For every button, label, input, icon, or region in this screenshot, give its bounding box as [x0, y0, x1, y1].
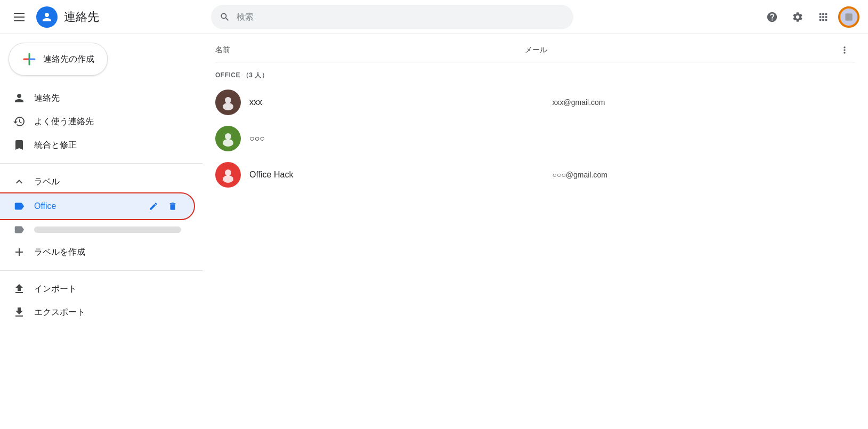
- contact-name: ○○○: [249, 134, 553, 143]
- divider-1: [0, 163, 202, 164]
- svg-point-8: [225, 169, 231, 176]
- svg-point-5: [223, 103, 233, 110]
- user-avatar[interactable]: [838, 6, 859, 28]
- svg-point-6: [225, 133, 231, 140]
- hamburger-icon: [14, 13, 25, 21]
- apps-icon: [817, 11, 829, 23]
- history-icon: [13, 115, 26, 128]
- label-item-office[interactable]: Office: [0, 193, 194, 219]
- menu-button[interactable]: [9, 6, 30, 28]
- user-icon: [843, 12, 854, 22]
- labels-section-header[interactable]: ラベル: [0, 170, 202, 193]
- sidebar-item-import[interactable]: インポート: [0, 277, 194, 301]
- plus-icon: [22, 52, 37, 67]
- svg-point-9: [223, 175, 233, 183]
- svg-rect-0: [845, 13, 852, 20]
- person-icon: [13, 92, 26, 104]
- contact-avatar: [215, 90, 241, 115]
- settings-icon: [792, 11, 804, 23]
- edit-label-button[interactable]: [145, 198, 162, 215]
- edit-icon: [149, 201, 158, 211]
- contact-avatar: [215, 126, 241, 151]
- group-count: （3 人）: [242, 71, 269, 79]
- export-icon: [13, 306, 26, 319]
- svg-point-7: [223, 139, 233, 147]
- group-header: OFFICE （3 人）: [215, 62, 855, 84]
- contact-row[interactable]: ○○○: [215, 120, 855, 157]
- search-icon: [220, 12, 230, 22]
- label-icon-blurred: [13, 223, 26, 236]
- column-name: 名前: [215, 45, 525, 55]
- header: 連絡先: [0, 0, 868, 34]
- merge-fix-label: 統合と修正: [34, 140, 77, 151]
- labels-title: ラベル: [34, 176, 60, 188]
- column-email: メール: [525, 45, 834, 55]
- divider-2: [0, 270, 202, 271]
- main: 連絡先の作成 連絡先 よく使う連絡先: [0, 34, 868, 429]
- app-title: 連絡先: [64, 9, 99, 25]
- contact-row[interactable]: xxxxxx@gmail.com: [215, 84, 855, 120]
- sidebar: 連絡先の作成 連絡先 よく使う連絡先: [0, 34, 202, 429]
- sidebar-item-contacts[interactable]: 連絡先: [0, 86, 194, 110]
- chevron-up-icon: [13, 175, 26, 188]
- contact-name: xxx: [249, 98, 553, 107]
- create-label-text: ラベルを作成: [34, 247, 85, 258]
- contact-name: Office Hack: [249, 170, 553, 180]
- delete-icon: [168, 201, 177, 211]
- header-actions: [761, 6, 859, 28]
- group-title: OFFICE: [215, 71, 240, 79]
- import-icon: [13, 282, 26, 295]
- sidebar-item-frequently-used[interactable]: よく使う連絡先: [0, 110, 194, 133]
- sidebar-item-export[interactable]: エクスポート: [0, 301, 194, 324]
- frequently-used-label: よく使う連絡先: [34, 116, 94, 127]
- label-icon-office: [13, 200, 26, 213]
- apps-button[interactable]: [813, 6, 834, 28]
- label-item-blurred[interactable]: [0, 219, 194, 240]
- help-icon: [766, 11, 778, 23]
- settings-button[interactable]: [787, 6, 808, 28]
- search-bar: [211, 5, 761, 29]
- blurred-label-bar: [34, 226, 181, 233]
- export-label: エクスポート: [34, 307, 85, 318]
- contact-row[interactable]: Office Hack○○○@gmail.com: [215, 157, 855, 193]
- create-contact-label: 連絡先の作成: [43, 54, 94, 65]
- app-avatar: [36, 6, 58, 28]
- search-container: [211, 5, 573, 29]
- more-options-button[interactable]: [834, 45, 855, 55]
- search-input[interactable]: [237, 12, 565, 22]
- sidebar-item-merge-fix[interactable]: 統合と修正: [0, 133, 194, 157]
- plus-small-icon: [13, 246, 26, 258]
- merge-icon: [13, 139, 26, 151]
- header-left: 連絡先: [9, 6, 211, 28]
- more-vert-icon: [839, 45, 850, 55]
- contact-email: ○○○@gmail.com: [553, 171, 856, 179]
- import-label: インポート: [34, 284, 77, 295]
- label-office-text: Office: [34, 201, 56, 211]
- content-area: 名前 メール OFFICE （3 人） xxxxxx@gmail.com ○○○…: [202, 34, 868, 429]
- contacts-label: 連絡先: [34, 93, 60, 104]
- svg-point-4: [225, 97, 231, 103]
- create-contact-button[interactable]: 連絡先の作成: [9, 43, 108, 76]
- person-icon: [40, 11, 53, 23]
- create-label-item[interactable]: ラベルを作成: [0, 240, 202, 264]
- contact-email: xxx@gmail.com: [553, 98, 856, 107]
- label-office-actions: [145, 198, 181, 215]
- contact-avatar: [215, 162, 241, 188]
- contacts-list: xxxxxx@gmail.com ○○○ Office Hack○○○@gmai…: [215, 84, 855, 193]
- user-avatar-inner: [840, 9, 857, 26]
- delete-label-button[interactable]: [164, 198, 181, 215]
- help-button[interactable]: [761, 6, 783, 28]
- content-header: 名前 メール: [215, 34, 855, 62]
